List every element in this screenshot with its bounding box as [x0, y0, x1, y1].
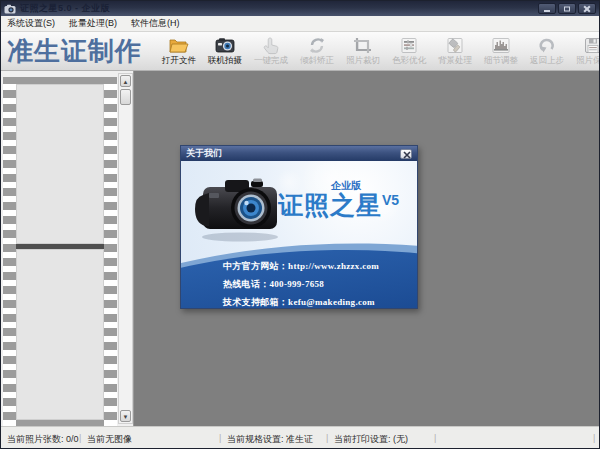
menu-software-info[interactable]: 软件信息(H): [131, 17, 180, 30]
tool-button-label: 一键完成: [254, 55, 288, 67]
tool-button-label: 打开文件: [162, 55, 196, 67]
menu-batch-process[interactable]: 批量处理(B): [69, 17, 117, 30]
filmstrip: [3, 77, 117, 426]
window-title: 证照之星5.0 - 企业版: [20, 2, 110, 15]
status-photo-count: 当前照片张数: 0/0: [7, 433, 79, 446]
status-separator: |: [219, 433, 221, 443]
background-process-button[interactable]: 背景处理: [432, 36, 478, 67]
about-dialog: 关于我们: [180, 145, 418, 309]
film-frame[interactable]: [16, 84, 104, 244]
status-separator: |: [434, 433, 436, 443]
product-version: V5: [382, 192, 399, 208]
contact-email: 技术支持邮箱：kefu@makeding.com: [223, 293, 379, 308]
contact-info: 中方官方网站：http://www.zhzzx.com 热线电话：400-999…: [223, 257, 379, 308]
toolbar-buttons: 打开文件 联机拍摄 一键完成: [142, 36, 600, 67]
one-click-finish-button[interactable]: 一键完成: [248, 36, 294, 67]
undo-button[interactable]: 返回上步: [524, 36, 570, 67]
scroll-down-icon[interactable]: ▼: [120, 410, 131, 422]
undo-icon: [536, 36, 558, 55]
dialog-close-button[interactable]: [400, 149, 412, 159]
maximize-icon: [564, 6, 570, 11]
photo-list-panel: ▲ ▼: [1, 71, 134, 426]
open-file-button[interactable]: 打开文件: [156, 36, 202, 67]
app-camera-icon: [4, 4, 16, 14]
contact-website: 中方官方网站：http://www.zhzzx.com: [223, 257, 379, 275]
one-click-hand-icon: [260, 36, 282, 55]
background-brush-icon: [444, 36, 466, 55]
tilt-correct-button[interactable]: 倾斜矫正: [294, 36, 340, 67]
about-banner: 企业版 证照之星 V5 中方官方网站：http://www.zhzzx.com …: [181, 161, 417, 308]
status-separator: |: [79, 433, 81, 443]
status-spec-setting: 当前规格设置: 准生证: [227, 433, 313, 446]
photo-list-scrollbar[interactable]: ▲ ▼: [118, 73, 133, 424]
app-window: 证照之星5.0 - 企业版 系统设置(S) 批量处理(B) 软件信息(H) 准生…: [0, 0, 600, 449]
tool-button-label: 色彩优化: [392, 55, 426, 67]
color-optimize-button[interactable]: 色彩优化: [386, 36, 432, 67]
title-bar: 证照之星5.0 - 企业版: [1, 1, 599, 16]
scroll-up-icon[interactable]: ▲: [120, 75, 131, 87]
detail-adjust-button[interactable]: 细节调整: [478, 36, 524, 67]
status-separator: |: [326, 433, 328, 443]
crop-button[interactable]: 照片裁切: [340, 36, 386, 67]
tool-button-label: 细节调整: [484, 55, 518, 67]
close-button[interactable]: [578, 3, 596, 14]
film-rail-right: [104, 77, 117, 426]
film-frame[interactable]: [16, 249, 104, 420]
tool-button-label: 倾斜矫正: [300, 55, 334, 67]
menu-system-settings[interactable]: 系统设置(S): [7, 17, 55, 30]
crop-icon: [352, 36, 374, 55]
product-name: 证照之星: [278, 189, 382, 222]
camera-capture-icon: [214, 36, 236, 55]
save-button[interactable]: 照片保存: [570, 36, 600, 67]
tool-button-label: 背景处理: [438, 55, 472, 67]
status-bar: 当前照片张数: 0/0 | 当前无图像 | 当前规格设置: 准生证 | 当前打印…: [1, 426, 599, 449]
tool-button-label: 联机拍摄: [208, 55, 242, 67]
film-rail-left: [3, 77, 16, 426]
open-file-icon: [168, 36, 190, 55]
color-optimize-icon: [398, 36, 420, 55]
scrollbar-thumb[interactable]: [120, 89, 131, 105]
maximize-button[interactable]: [558, 3, 576, 14]
close-icon: [403, 151, 411, 159]
minimize-button[interactable]: [538, 3, 556, 14]
tilt-correct-icon: [306, 36, 328, 55]
save-icon: [582, 36, 600, 55]
status-separator: |: [593, 433, 595, 443]
toolbar: 准生证制作 打开文件 联机拍摄: [1, 32, 599, 71]
dialog-title: 关于我们: [186, 147, 222, 160]
dialog-title-bar[interactable]: 关于我们: [181, 146, 417, 161]
contact-hotline: 热线电话：400-999-7658: [223, 275, 379, 293]
product-camera-icon: [193, 173, 285, 243]
minimize-icon: [544, 10, 550, 12]
detail-histogram-icon: [490, 36, 512, 55]
menu-bar: 系统设置(S) 批量处理(B) 软件信息(H): [1, 16, 599, 32]
camera-capture-button[interactable]: 联机拍摄: [202, 36, 248, 67]
close-icon: [583, 5, 591, 13]
status-no-image: 当前无图像: [87, 433, 132, 446]
status-print-setting: 当前打印设置: (无): [334, 433, 408, 446]
tool-button-label: 照片保存: [576, 55, 600, 67]
tool-button-label: 返回上步: [530, 55, 564, 67]
tool-button-label: 照片裁切: [346, 55, 380, 67]
mode-title: 准生证制作: [7, 32, 142, 71]
